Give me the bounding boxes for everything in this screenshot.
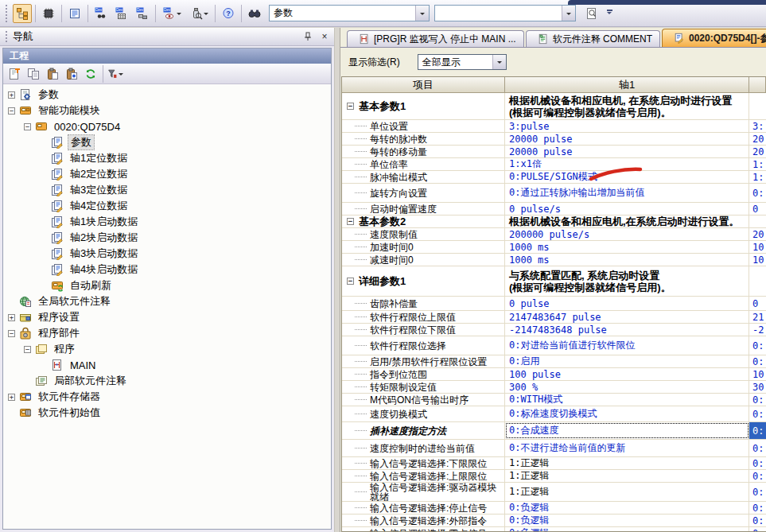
axis1-value-cell[interactable]: 1:正逻辑 <box>505 470 749 482</box>
item-cell[interactable]: 旋转方向设置 <box>342 184 505 202</box>
item-cell[interactable]: 加速时间0 <box>342 241 505 253</box>
axis1-value-cell[interactable]: 0 pulse <box>505 297 749 310</box>
panel-splitter[interactable] <box>334 28 340 532</box>
collapse-icon[interactable]: − <box>24 346 31 353</box>
collapse-icon[interactable]: − <box>347 278 354 285</box>
tree-item-软元件存储器[interactable]: +软元件存储器 <box>3 389 331 405</box>
axis1-value-cell[interactable]: 1000 ms <box>505 254 749 266</box>
expand-icon[interactable]: + <box>8 314 15 321</box>
pin-button[interactable] <box>301 31 314 43</box>
tree-item-0020:QD75D4[interactable]: −0020:QD75D4 <box>3 118 331 134</box>
document-tab-2[interactable]: 软元件注释 COMMENT <box>526 30 660 47</box>
device-test-button[interactable] <box>186 4 212 23</box>
tree-item-程序[interactable]: −程序 <box>3 341 331 357</box>
close-button[interactable]: × <box>318 31 331 43</box>
toolbar-overflow-button[interactable] <box>605 10 614 17</box>
tree-item-label[interactable]: 轴3块启动数据 <box>68 247 140 261</box>
item-cell[interactable]: 脉冲输出模式 <box>342 171 505 183</box>
axis1-value-cell[interactable]: 0:不进行进给当前值的更新 <box>505 440 749 456</box>
axis2-value-cell[interactable]: 20 <box>749 146 766 157</box>
tree-item-参数[interactable]: +参数 <box>3 87 331 103</box>
axis1-value-cell[interactable]: 0:WITH模式 <box>505 394 749 406</box>
axis2-value-cell[interactable]: 20 <box>749 228 766 240</box>
paste-button[interactable] <box>44 65 61 83</box>
tree-item-label[interactable]: 程序部件 <box>36 326 82 340</box>
tree-item-label[interactable]: 程序设置 <box>36 310 82 324</box>
tree-item-label[interactable]: 软元件存储器 <box>36 390 103 404</box>
tree-item-轴1块启动数据[interactable]: 轴1块启动数据 <box>3 214 331 230</box>
panel-grip[interactable] <box>6 31 9 42</box>
axis1-value-cell[interactable]: 0:标准速度切换模式 <box>505 406 749 421</box>
tree-item-轴1定位数据[interactable]: 轴1定位数据 <box>3 150 331 166</box>
tree-item-智能功能模块[interactable]: −智能功能模块 <box>3 103 331 118</box>
item-cell[interactable]: 启用/禁用软件行程限位设置 <box>342 355 505 367</box>
item-cell[interactable]: 软件行程限位选择 <box>342 336 505 355</box>
item-cell[interactable]: 单位设置 <box>342 120 505 132</box>
combo-dropdown-button[interactable] <box>492 55 506 69</box>
axis1-value-cell[interactable]: 2147483647 pulse <box>505 311 749 323</box>
tree-item-label[interactable]: 参数 <box>36 87 61 102</box>
axis2-value-cell[interactable]: 0: <box>749 440 766 456</box>
tree-item-label[interactable]: 局部软元件注释 <box>52 374 129 388</box>
search-combo[interactable]: 参数 <box>269 5 430 21</box>
axis2-value-cell[interactable]: 1: <box>749 171 766 183</box>
item-cell[interactable]: 启动时偏置速度 <box>342 203 505 215</box>
tree-item-轴4块启动数据[interactable]: 轴4块启动数据 <box>3 262 331 278</box>
axis2-value-cell[interactable]: 0: <box>749 483 766 501</box>
tree-item-label[interactable]: 软元件初始值 <box>36 406 103 420</box>
axis2-value-cell[interactable]: 0: <box>749 336 766 355</box>
expand-icon[interactable]: + <box>8 91 15 99</box>
axis2-value-cell[interactable] <box>749 93 766 119</box>
axis2-value-cell[interactable]: 10 <box>749 254 766 266</box>
item-cell[interactable]: 输入信号逻辑选择:下限限位 <box>342 457 505 469</box>
item-cell[interactable]: 输入信号逻辑选择:外部指令 <box>342 515 505 526</box>
item-cell[interactable]: 转矩限制设定值 <box>342 381 505 393</box>
axis2-value-cell[interactable]: 0: <box>749 394 766 406</box>
tree-item-label[interactable]: 轴1块启动数据 <box>68 215 140 229</box>
tree-item-轴2块启动数据[interactable]: 轴2块启动数据 <box>3 230 331 246</box>
tree-item-程序设置[interactable]: +程序设置 <box>3 309 331 325</box>
axis1-value-cell[interactable]: 300 % <box>505 381 749 393</box>
item-cell[interactable]: M代码ON信号输出时序 <box>342 394 505 406</box>
item-cell[interactable]: 软件行程限位上限值 <box>342 311 505 323</box>
item-cell[interactable]: 齿隙补偿量 <box>342 297 505 310</box>
axis1-value-cell[interactable]: 200000 pulse/s <box>505 228 749 240</box>
new-item-button[interactable] <box>6 65 23 83</box>
collapse-icon[interactable]: − <box>24 123 31 130</box>
filter-sort-button[interactable] <box>107 65 124 83</box>
axis2-value-cell[interactable]: 0: <box>749 515 766 526</box>
axis1-value-cell[interactable]: 1:x1倍 <box>505 158 749 170</box>
device-find-button[interactable]: Dev <box>91 4 111 23</box>
find-button[interactable] <box>245 4 264 23</box>
axis1-value-cell[interactable]: 100 pulse <box>505 368 749 380</box>
axis1-value-cell[interactable]: 1:正逻辑 <box>505 483 749 501</box>
document-tab-3[interactable]: 0020:QD75D4[]-参... <box>662 29 766 47</box>
project-tree-button[interactable] <box>13 4 32 23</box>
axis2-value-cell[interactable]: 0: <box>749 527 766 532</box>
axis2-value-cell[interactable]: 1: <box>749 158 766 170</box>
tree-item-label[interactable]: 轴1定位数据 <box>68 151 130 165</box>
device-blocks-button[interactable]: Dev <box>133 4 152 23</box>
device-combo[interactable] <box>434 5 576 21</box>
item-cell[interactable]: 单位倍率 <box>342 158 505 170</box>
item-cell[interactable]: −详细参数1 <box>342 266 505 296</box>
tree-item-label[interactable]: 全局软元件注释 <box>36 294 113 309</box>
tree-item-全局软元件注释[interactable]: 全局软元件注释 <box>3 293 331 309</box>
tree-item-MAIN[interactable]: MAIN <box>3 357 331 373</box>
axis1-value-cell[interactable]: 根据机械设备和相应电机,在系统启动时进行设置。 <box>505 216 749 227</box>
tree-item-轴2定位数据[interactable]: 轴2定位数据 <box>3 166 331 182</box>
tree-item-label[interactable]: 0020:QD75D4 <box>52 121 122 133</box>
paste-info-button[interactable] <box>63 65 80 83</box>
tree-item-label[interactable]: 轴4定位数据 <box>68 199 130 213</box>
tree-item-轴3定位数据[interactable]: 轴3定位数据 <box>3 182 331 198</box>
collapse-icon[interactable]: − <box>8 107 15 115</box>
refresh-button[interactable] <box>82 65 99 83</box>
tree-item-label[interactable]: 轴4块启动数据 <box>68 262 140 277</box>
axis1-value-cell[interactable]: -2147483648 pulse <box>505 324 749 336</box>
display-filter-combo[interactable]: 全部显示 <box>418 54 507 70</box>
tree-item-label[interactable]: 轴2块启动数据 <box>68 231 140 245</box>
axis1-value-cell[interactable]: 根据机械设备和相应电机, 在系统启动时进行设置(根据可编程控制器就绪信号启用)。 <box>505 93 749 119</box>
axis2-value-cell[interactable]: 0 <box>749 203 766 215</box>
tree-item-轴3块启动数据[interactable]: 轴3块启动数据 <box>3 246 331 262</box>
axis2-value-cell[interactable] <box>749 216 766 227</box>
